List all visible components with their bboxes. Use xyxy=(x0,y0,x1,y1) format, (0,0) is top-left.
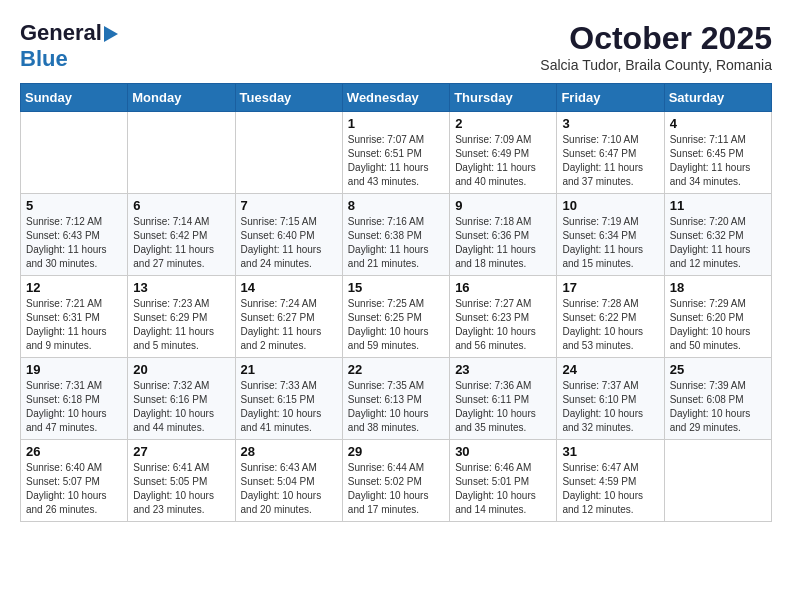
calendar-cell: 29Sunrise: 6:44 AM Sunset: 5:02 PM Dayli… xyxy=(342,440,449,522)
calendar-cell: 24Sunrise: 7:37 AM Sunset: 6:10 PM Dayli… xyxy=(557,358,664,440)
day-info: Sunrise: 7:11 AM Sunset: 6:45 PM Dayligh… xyxy=(670,133,766,189)
day-number: 1 xyxy=(348,116,444,131)
calendar-cell: 21Sunrise: 7:33 AM Sunset: 6:15 PM Dayli… xyxy=(235,358,342,440)
calendar-cell xyxy=(235,112,342,194)
day-number: 26 xyxy=(26,444,122,459)
calendar-header-tuesday: Tuesday xyxy=(235,84,342,112)
day-number: 25 xyxy=(670,362,766,377)
calendar-cell: 11Sunrise: 7:20 AM Sunset: 6:32 PM Dayli… xyxy=(664,194,771,276)
logo-arrow-icon xyxy=(104,26,118,42)
day-number: 20 xyxy=(133,362,229,377)
logo-blue-text: Blue xyxy=(20,46,68,72)
logo: General Blue xyxy=(20,20,118,72)
day-info: Sunrise: 7:25 AM Sunset: 6:25 PM Dayligh… xyxy=(348,297,444,353)
calendar-cell: 28Sunrise: 6:43 AM Sunset: 5:04 PM Dayli… xyxy=(235,440,342,522)
day-info: Sunrise: 6:40 AM Sunset: 5:07 PM Dayligh… xyxy=(26,461,122,517)
day-info: Sunrise: 7:32 AM Sunset: 6:16 PM Dayligh… xyxy=(133,379,229,435)
day-info: Sunrise: 7:29 AM Sunset: 6:20 PM Dayligh… xyxy=(670,297,766,353)
calendar-cell: 16Sunrise: 7:27 AM Sunset: 6:23 PM Dayli… xyxy=(450,276,557,358)
day-info: Sunrise: 7:35 AM Sunset: 6:13 PM Dayligh… xyxy=(348,379,444,435)
calendar-header-friday: Friday xyxy=(557,84,664,112)
month-title: October 2025 xyxy=(540,20,772,57)
day-number: 15 xyxy=(348,280,444,295)
calendar-cell: 3Sunrise: 7:10 AM Sunset: 6:47 PM Daylig… xyxy=(557,112,664,194)
calendar-header-monday: Monday xyxy=(128,84,235,112)
day-number: 16 xyxy=(455,280,551,295)
day-number: 22 xyxy=(348,362,444,377)
calendar-week-row: 19Sunrise: 7:31 AM Sunset: 6:18 PM Dayli… xyxy=(21,358,772,440)
day-number: 21 xyxy=(241,362,337,377)
calendar-cell: 12Sunrise: 7:21 AM Sunset: 6:31 PM Dayli… xyxy=(21,276,128,358)
calendar-week-row: 1Sunrise: 7:07 AM Sunset: 6:51 PM Daylig… xyxy=(21,112,772,194)
title-area: October 2025 Salcia Tudor, Braila County… xyxy=(540,20,772,73)
calendar-header-row: SundayMondayTuesdayWednesdayThursdayFrid… xyxy=(21,84,772,112)
calendar-cell: 2Sunrise: 7:09 AM Sunset: 6:49 PM Daylig… xyxy=(450,112,557,194)
day-info: Sunrise: 6:41 AM Sunset: 5:05 PM Dayligh… xyxy=(133,461,229,517)
day-info: Sunrise: 7:15 AM Sunset: 6:40 PM Dayligh… xyxy=(241,215,337,271)
day-info: Sunrise: 6:46 AM Sunset: 5:01 PM Dayligh… xyxy=(455,461,551,517)
day-number: 28 xyxy=(241,444,337,459)
calendar-header-saturday: Saturday xyxy=(664,84,771,112)
day-number: 19 xyxy=(26,362,122,377)
calendar-cell: 23Sunrise: 7:36 AM Sunset: 6:11 PM Dayli… xyxy=(450,358,557,440)
calendar-cell: 18Sunrise: 7:29 AM Sunset: 6:20 PM Dayli… xyxy=(664,276,771,358)
day-info: Sunrise: 7:21 AM Sunset: 6:31 PM Dayligh… xyxy=(26,297,122,353)
header: General Blue October 2025 Salcia Tudor, … xyxy=(20,20,772,73)
day-info: Sunrise: 7:19 AM Sunset: 6:34 PM Dayligh… xyxy=(562,215,658,271)
day-number: 6 xyxy=(133,198,229,213)
calendar-cell: 22Sunrise: 7:35 AM Sunset: 6:13 PM Dayli… xyxy=(342,358,449,440)
day-info: Sunrise: 7:20 AM Sunset: 6:32 PM Dayligh… xyxy=(670,215,766,271)
calendar-cell: 13Sunrise: 7:23 AM Sunset: 6:29 PM Dayli… xyxy=(128,276,235,358)
day-number: 31 xyxy=(562,444,658,459)
day-info: Sunrise: 6:43 AM Sunset: 5:04 PM Dayligh… xyxy=(241,461,337,517)
day-info: Sunrise: 7:09 AM Sunset: 6:49 PM Dayligh… xyxy=(455,133,551,189)
calendar-cell: 19Sunrise: 7:31 AM Sunset: 6:18 PM Dayli… xyxy=(21,358,128,440)
day-info: Sunrise: 7:36 AM Sunset: 6:11 PM Dayligh… xyxy=(455,379,551,435)
day-number: 23 xyxy=(455,362,551,377)
day-info: Sunrise: 7:28 AM Sunset: 6:22 PM Dayligh… xyxy=(562,297,658,353)
day-info: Sunrise: 7:14 AM Sunset: 6:42 PM Dayligh… xyxy=(133,215,229,271)
calendar-cell: 30Sunrise: 6:46 AM Sunset: 5:01 PM Dayli… xyxy=(450,440,557,522)
calendar-cell: 14Sunrise: 7:24 AM Sunset: 6:27 PM Dayli… xyxy=(235,276,342,358)
day-number: 30 xyxy=(455,444,551,459)
day-info: Sunrise: 7:33 AM Sunset: 6:15 PM Dayligh… xyxy=(241,379,337,435)
calendar-cell: 4Sunrise: 7:11 AM Sunset: 6:45 PM Daylig… xyxy=(664,112,771,194)
calendar-header-sunday: Sunday xyxy=(21,84,128,112)
calendar-week-row: 12Sunrise: 7:21 AM Sunset: 6:31 PM Dayli… xyxy=(21,276,772,358)
day-number: 3 xyxy=(562,116,658,131)
calendar-cell: 27Sunrise: 6:41 AM Sunset: 5:05 PM Dayli… xyxy=(128,440,235,522)
calendar-cell: 15Sunrise: 7:25 AM Sunset: 6:25 PM Dayli… xyxy=(342,276,449,358)
day-number: 13 xyxy=(133,280,229,295)
calendar-cell: 26Sunrise: 6:40 AM Sunset: 5:07 PM Dayli… xyxy=(21,440,128,522)
day-info: Sunrise: 7:27 AM Sunset: 6:23 PM Dayligh… xyxy=(455,297,551,353)
calendar-cell xyxy=(664,440,771,522)
calendar-header-thursday: Thursday xyxy=(450,84,557,112)
day-number: 4 xyxy=(670,116,766,131)
day-number: 2 xyxy=(455,116,551,131)
day-info: Sunrise: 7:24 AM Sunset: 6:27 PM Dayligh… xyxy=(241,297,337,353)
calendar-cell: 8Sunrise: 7:16 AM Sunset: 6:38 PM Daylig… xyxy=(342,194,449,276)
subtitle: Salcia Tudor, Braila County, Romania xyxy=(540,57,772,73)
day-number: 5 xyxy=(26,198,122,213)
day-info: Sunrise: 7:39 AM Sunset: 6:08 PM Dayligh… xyxy=(670,379,766,435)
day-info: Sunrise: 7:12 AM Sunset: 6:43 PM Dayligh… xyxy=(26,215,122,271)
calendar-week-row: 5Sunrise: 7:12 AM Sunset: 6:43 PM Daylig… xyxy=(21,194,772,276)
day-info: Sunrise: 6:47 AM Sunset: 4:59 PM Dayligh… xyxy=(562,461,658,517)
day-info: Sunrise: 7:37 AM Sunset: 6:10 PM Dayligh… xyxy=(562,379,658,435)
calendar-cell: 20Sunrise: 7:32 AM Sunset: 6:16 PM Dayli… xyxy=(128,358,235,440)
calendar-cell: 1Sunrise: 7:07 AM Sunset: 6:51 PM Daylig… xyxy=(342,112,449,194)
logo-general-text: General xyxy=(20,20,102,46)
day-number: 24 xyxy=(562,362,658,377)
day-number: 11 xyxy=(670,198,766,213)
day-number: 14 xyxy=(241,280,337,295)
calendar-cell: 5Sunrise: 7:12 AM Sunset: 6:43 PM Daylig… xyxy=(21,194,128,276)
calendar-table: SundayMondayTuesdayWednesdayThursdayFrid… xyxy=(20,83,772,522)
day-number: 12 xyxy=(26,280,122,295)
day-number: 27 xyxy=(133,444,229,459)
day-info: Sunrise: 7:07 AM Sunset: 6:51 PM Dayligh… xyxy=(348,133,444,189)
calendar-cell: 9Sunrise: 7:18 AM Sunset: 6:36 PM Daylig… xyxy=(450,194,557,276)
day-info: Sunrise: 6:44 AM Sunset: 5:02 PM Dayligh… xyxy=(348,461,444,517)
calendar-cell: 17Sunrise: 7:28 AM Sunset: 6:22 PM Dayli… xyxy=(557,276,664,358)
day-info: Sunrise: 7:10 AM Sunset: 6:47 PM Dayligh… xyxy=(562,133,658,189)
day-info: Sunrise: 7:18 AM Sunset: 6:36 PM Dayligh… xyxy=(455,215,551,271)
